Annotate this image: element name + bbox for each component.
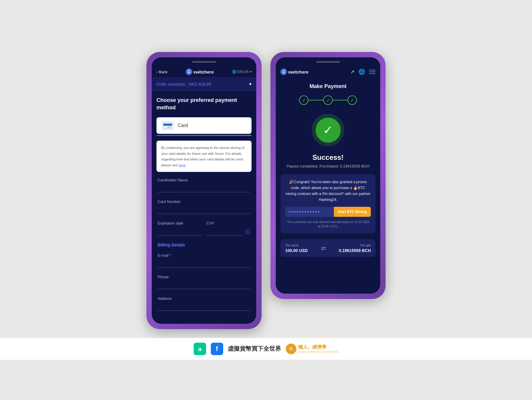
left-phone-screen: ‹ Back switchere 🌐 EN-US ▾	[152, 57, 256, 324]
cardholder-field: Cardholder Name	[158, 178, 250, 192]
left-nav-bar: ‹ Back switchere 🌐 EN-US ▾	[152, 66, 256, 78]
exchange-get-side: You get 0.19615559 BCH	[339, 243, 371, 253]
progress-line-1	[309, 100, 323, 100]
promo-code-dots	[289, 211, 320, 213]
main-content: ‹ Back switchere 🌐 EN-US ▾	[141, 40, 391, 335]
card-icon-box	[161, 121, 174, 130]
progress-step-1: ✓	[299, 95, 309, 105]
hamburger-menu-icon[interactable]	[369, 70, 376, 74]
notch-pill	[192, 61, 216, 63]
success-subtitle: Payout completed. Purchased: 0.19615559 …	[280, 164, 376, 168]
globe-icon: 🌐	[232, 70, 236, 74]
right-notch-pill	[316, 61, 340, 63]
svg-rect-3	[164, 127, 167, 128]
credit-card-icon	[163, 122, 172, 129]
card-number-input[interactable]	[158, 206, 250, 214]
lang-selector[interactable]: 🌐 EN-US ▾	[232, 70, 252, 74]
promo-code-input[interactable]	[285, 207, 334, 217]
exchange-arrows-icon: ⇄	[321, 245, 326, 252]
info-link[interactable]: here.	[179, 163, 186, 167]
order-summary-text: Order summary : HKD 818.85	[156, 82, 211, 87]
exchange-summary: You send 100.00 USD ⇄ You get 0.19615559…	[280, 239, 376, 257]
right-phone-screen: switchere ↗ 🌐 Make Payment	[276, 57, 380, 294]
bottom-main-text: 虛擬貨幣買下全世界	[228, 345, 281, 353]
card-method-label: Card	[178, 123, 188, 128]
expiry-cvv-row: Expiration date CVV ⓘ	[158, 221, 250, 235]
lounger-economics-logo: e 懶人。經濟學 LOUNGER ECONOMICS	[286, 344, 339, 354]
lazy-text: 懶人。經濟學 LOUNGER ECONOMICS	[298, 344, 339, 353]
logo-area: switchere	[186, 69, 214, 75]
right-logo-area: switchere	[280, 69, 309, 75]
exchange-send-side: You send 100.00 USD	[285, 243, 308, 253]
square-letter: a	[198, 345, 202, 352]
phone-field: Phone	[158, 275, 250, 289]
check-icon-2: ✓	[326, 97, 330, 103]
promo-text: 🎉Congrats! You've been also granted a pr…	[285, 179, 371, 203]
expiry-field: Expiration date	[158, 221, 202, 235]
bottom-bar: a f 虛擬貨幣買下全世界 e 懶人。經濟學 LOUNGER ECONOMICS	[0, 338, 532, 360]
order-chevron-icon: ▾	[249, 81, 252, 87]
order-amount: HKD 818.85	[189, 82, 211, 87]
success-icon-area: ✓	[280, 114, 376, 146]
success-circle-inner: ✓	[316, 118, 341, 143]
bottom-facebook-icon: f	[211, 343, 223, 355]
expiry-input[interactable]	[158, 227, 202, 235]
right-nav-bar: switchere ↗ 🌐	[276, 66, 380, 77]
card-method-option[interactable]: Card	[156, 117, 252, 134]
svg-rect-4	[168, 127, 169, 128]
cvv-input[interactable]	[206, 227, 243, 235]
promo-code-row: Start BTC Mining	[285, 207, 371, 217]
phone-input[interactable]	[158, 281, 250, 289]
page-title: Make Payment	[280, 83, 376, 90]
order-label: Order summary :	[156, 82, 189, 87]
phone-notch	[152, 57, 256, 66]
check-icon-3: ✓	[350, 97, 354, 103]
info-box-text: By continuing, you are agreeing to the s…	[161, 146, 244, 167]
cardholder-input[interactable]	[158, 184, 250, 192]
cvv-field: CVV ⓘ	[206, 221, 250, 235]
send-label: You send	[285, 243, 308, 247]
svg-rect-2	[163, 124, 172, 126]
back-label: Back	[159, 70, 167, 74]
lazy-main-text: 懶人。經濟學	[298, 344, 339, 350]
cvv-help-icon[interactable]: ⓘ	[245, 228, 250, 235]
progress-step-3: ✓	[347, 95, 357, 105]
progress-bar: ✓ ✓ ✓	[280, 95, 376, 105]
order-summary-bar[interactable]: Order summary : HKD 818.85 ▾	[152, 78, 256, 91]
success-circle-outer: ✓	[312, 114, 344, 146]
get-label: You get	[339, 243, 371, 247]
address-input[interactable]	[158, 303, 250, 311]
send-value: 100.00 USD	[285, 248, 308, 253]
lazy-icon: e	[286, 344, 296, 354]
form-section: Cardholder Name Card Number Expiration d…	[156, 178, 252, 311]
email-field: E-mail *	[158, 253, 250, 268]
lang-label: EN-US	[238, 70, 249, 74]
lazy-sub-text: LOUNGER ECONOMICS	[298, 350, 339, 353]
phone-label: Phone	[158, 275, 250, 279]
right-switchere-logo-icon	[280, 69, 287, 75]
right-nav-icons: ↗ 🌐	[350, 69, 376, 75]
success-content: Make Payment ✓ ✓ ✓	[276, 77, 380, 263]
address-field: Address	[158, 296, 250, 311]
promo-box: 🎉Congrats! You've been also granted a pr…	[280, 174, 376, 233]
cvv-label: CVV	[206, 221, 243, 225]
start-btc-mining-button[interactable]: Start BTC Mining	[334, 207, 371, 217]
success-checkmark-icon: ✓	[323, 123, 333, 137]
email-input[interactable]	[158, 259, 250, 268]
left-logo-text: switchere	[193, 69, 214, 74]
right-globe-icon[interactable]: 🌐	[358, 69, 365, 75]
fb-letter: f	[216, 345, 218, 353]
payment-content: Choose your preferred payment method Car…	[152, 91, 256, 324]
progress-line-2	[333, 100, 347, 100]
get-value: 0.19615559 BCH	[339, 248, 371, 253]
svg-point-0	[186, 69, 192, 75]
back-button[interactable]: ‹ Back	[156, 70, 167, 74]
switchere-logo-icon	[186, 69, 192, 75]
right-phone: switchere ↗ 🌐 Make Payment	[270, 52, 386, 299]
address-label: Address	[158, 296, 250, 301]
success-title: Success!	[280, 153, 376, 162]
trending-icon[interactable]: ↗	[350, 69, 354, 75]
lang-chevron-icon: ▾	[250, 70, 252, 74]
payment-title: Choose your preferred payment method	[156, 97, 252, 111]
expiry-label: Expiration date	[158, 221, 202, 225]
